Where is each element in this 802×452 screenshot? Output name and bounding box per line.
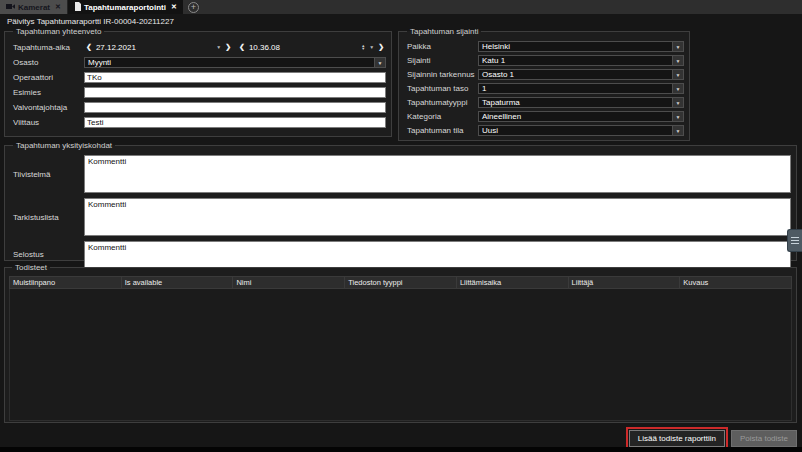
chevron-down-icon[interactable]: ▼ <box>672 42 683 51</box>
chevron-down-icon[interactable]: ▼ <box>672 56 683 65</box>
column-header-liittamisaika[interactable]: Liittämisaika <box>457 277 569 288</box>
document-icon <box>74 2 81 13</box>
time-caret-icon[interactable]: ▼ <box>367 44 376 50</box>
date-caret-icon[interactable]: ▼ <box>214 44 223 50</box>
tab-bar: Kamerat ✕ Tapahtumaraportointi ✕ + <box>0 0 802 14</box>
side-panel-handle[interactable] <box>787 229 802 252</box>
esimies-label: Esimies <box>10 88 84 97</box>
viittaus-label: Viittaus <box>10 118 84 127</box>
operaattori-label: Operaattori <box>10 73 84 82</box>
tarkistuslista-label: Tarkistuslista <box>10 213 84 222</box>
bottom-strip <box>0 447 802 452</box>
new-tab-button[interactable]: + <box>188 2 199 13</box>
sijainnin-tarkennus-label: Sijainnin tarkennus <box>404 70 478 79</box>
valvontajohtaja-label: Valvontajohtaja <box>10 103 84 112</box>
chevron-down-icon[interactable]: ▼ <box>672 126 683 135</box>
evidence-table-header: Muistiinpano Is available Nimi Tiedoston… <box>9 276 792 289</box>
chevron-down-icon[interactable]: ▼ <box>672 98 683 107</box>
operaattori-input[interactable] <box>84 72 386 83</box>
tapahtuman-tila-label: Tapahtuman tila <box>404 126 478 135</box>
summary-legend: Tapahtuman yhteenveto <box>13 27 104 36</box>
close-icon[interactable]: ✕ <box>171 3 177 11</box>
chevron-down-icon[interactable]: ▼ <box>374 58 385 67</box>
location-section: Tapahtuman sijainti Paikka Helsinki ▼ Si… <box>398 27 690 141</box>
chevron-down-icon[interactable]: ▼ <box>672 112 683 121</box>
details-section: Tapahtuman yksityiskohdat Tiivistelmä Ko… <box>4 141 797 261</box>
tapahtumatyyppi-label: Tapahtumatyyppi <box>404 98 478 107</box>
time-next-icon[interactable]: ❯ <box>376 43 386 51</box>
datetime-picker: ❮ 27.12.2021 ▼ ❯ ❮ 10.36.08 ▲ ▼ ▼ ❯ <box>84 41 386 53</box>
column-header-muistiinpano[interactable]: Muistiinpano <box>10 277 122 288</box>
paikka-label: Paikka <box>404 42 478 51</box>
kategoria-label: Kategoria <box>404 112 478 121</box>
evidence-section: Todisteet Muistiinpano Is available Nimi… <box>4 263 797 423</box>
tapahtumatyyppi-select[interactable]: Tapaturma ▼ <box>478 97 684 108</box>
tiivistelma-textarea[interactable]: Kommentti <box>84 155 791 193</box>
evidence-table-body <box>9 289 792 421</box>
tab-label: Tapahtumaraportointi <box>84 3 166 12</box>
column-header-liittaja[interactable]: Liittäjä <box>569 277 681 288</box>
details-legend: Tapahtuman yksityiskohdat <box>13 141 115 150</box>
chevron-down-icon[interactable]: ▼ <box>672 70 683 79</box>
date-prev-icon[interactable]: ❮ <box>84 43 94 51</box>
sijainti-select[interactable]: Katu 1 ▼ <box>478 55 684 66</box>
tapahtuman-taso-label: Tapahtuman taso <box>404 84 478 93</box>
time-value[interactable]: 10.36.08 <box>247 43 359 52</box>
add-evidence-button[interactable]: Lisää todiste raporttiin <box>629 430 725 447</box>
date-value[interactable]: 27.12.2021 <box>94 43 214 52</box>
column-header-tiedoston-tyyppi[interactable]: Tiedoston tyyppi <box>345 277 457 288</box>
tab-kamerat[interactable]: Kamerat ✕ <box>0 0 68 14</box>
valvontajohtaja-input[interactable] <box>84 102 386 113</box>
summary-section: Tapahtuman yhteenveto Tapahtuma-aika ❮ 2… <box>4 27 392 137</box>
tab-label: Kamerat <box>18 3 50 12</box>
page-title: Päivitys Tapahtumaraportti IR-00004-2021… <box>7 17 174 26</box>
sijainnin-tarkennus-select[interactable]: Osasto 1 ▼ <box>478 69 684 80</box>
evidence-legend: Todisteet <box>12 263 50 272</box>
date-next-icon[interactable]: ❯ <box>223 43 233 51</box>
spin-down-icon[interactable]: ▼ <box>361 47 365 50</box>
esimies-input[interactable] <box>84 87 386 98</box>
evidence-actions: Lisää todiste raporttiin Poista todiste <box>629 430 797 447</box>
time-spinner[interactable]: ▲ ▼ <box>359 44 367 50</box>
column-header-kuvaus[interactable]: Kuvaus <box>680 277 791 288</box>
osasto-label: Osasto <box>10 58 84 67</box>
viittaus-input[interactable] <box>84 117 386 128</box>
selostus-label: Selostus <box>10 250 84 259</box>
tapahtuma-aika-label: Tapahtuma-aika <box>10 43 84 52</box>
kategoria-select[interactable]: Aineellinen ▼ <box>478 111 684 122</box>
time-picker: ❮ 10.36.08 ▲ ▼ ▼ ❯ <box>237 41 386 53</box>
tab-tapahtumaraportointi[interactable]: Tapahtumaraportointi ✕ <box>68 0 183 14</box>
camera-icon <box>6 3 15 12</box>
tiivistelma-label: Tiivistelmä <box>10 170 84 179</box>
column-header-nimi[interactable]: Nimi <box>233 277 345 288</box>
remove-evidence-button[interactable]: Poista todiste <box>731 430 797 447</box>
tarkistuslista-textarea[interactable]: Kommentti <box>84 198 791 236</box>
date-picker: ❮ 27.12.2021 ▼ ❯ <box>84 41 233 53</box>
sijainti-label: Sijainti <box>404 56 478 65</box>
time-prev-icon[interactable]: ❮ <box>237 43 247 51</box>
close-icon[interactable]: ✕ <box>55 3 61 11</box>
location-legend: Tapahtuman sijainti <box>407 27 481 36</box>
paikka-select[interactable]: Helsinki ▼ <box>478 41 684 52</box>
tapahtuman-taso-select[interactable]: 1 ▼ <box>478 83 684 94</box>
chevron-down-icon[interactable]: ▼ <box>672 84 683 93</box>
column-header-is-available[interactable]: Is available <box>122 277 234 288</box>
osasto-select[interactable]: Myynti ▼ <box>84 57 386 68</box>
tapahtuman-tila-select[interactable]: Uusi ▼ <box>478 125 684 136</box>
